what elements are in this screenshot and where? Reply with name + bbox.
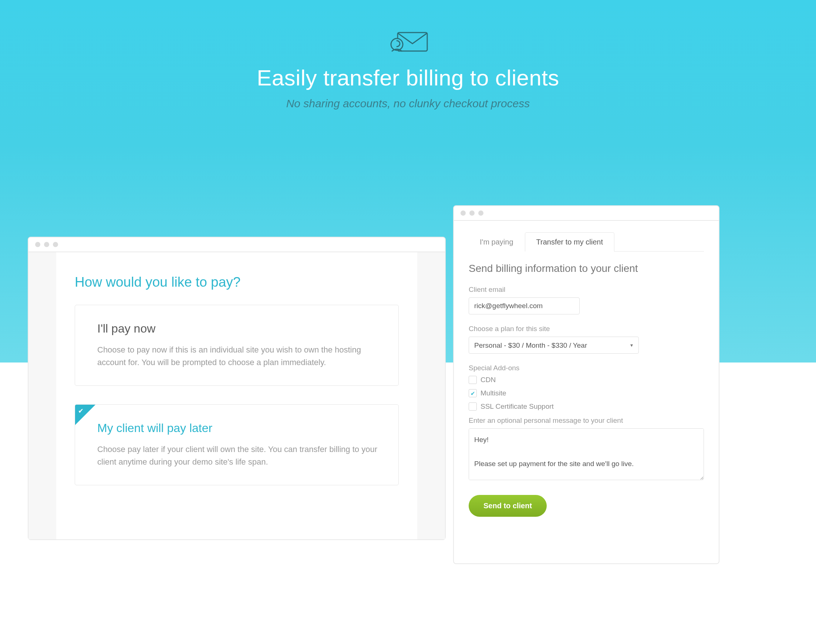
send-to-client-button[interactable]: Send to client bbox=[469, 495, 547, 517]
client-email-input[interactable] bbox=[469, 297, 580, 314]
client-pay-later-option[interactable]: ✔ My client will pay later Choose pay la… bbox=[75, 404, 399, 485]
billing-tabs: I'm paying Transfer to my client bbox=[468, 232, 704, 251]
window-titlebar bbox=[29, 238, 445, 252]
client-email-label: Client email bbox=[469, 285, 704, 294]
window-dot bbox=[35, 242, 40, 247]
pay-now-option[interactable]: I'll pay now Choose to pay now if this i… bbox=[75, 305, 399, 386]
addon-label: CDN bbox=[480, 376, 495, 384]
check-icon: ✔ bbox=[78, 407, 84, 415]
addon-multisite[interactable]: Multisite bbox=[469, 389, 704, 397]
option-title: I'll pay now bbox=[97, 322, 380, 336]
addon-ssl[interactable]: SSL Certificate Support bbox=[469, 402, 704, 411]
transfer-mail-icon bbox=[386, 29, 430, 55]
message-label: Enter an optional personal message to yo… bbox=[469, 417, 704, 425]
addons-label: Special Add-ons bbox=[469, 364, 704, 372]
hero-title: Easily transfer billing to clients bbox=[0, 65, 816, 90]
checkbox[interactable] bbox=[469, 389, 477, 397]
plan-label: Choose a plan for this site bbox=[469, 325, 704, 333]
payment-question: How would you like to pay? bbox=[75, 274, 399, 290]
client-message-textarea[interactable] bbox=[469, 428, 704, 480]
hero-subtitle: No sharing accounts, no clunky checkout … bbox=[0, 97, 816, 110]
window-dot bbox=[478, 210, 483, 216]
addon-cdn[interactable]: CDN bbox=[469, 376, 704, 384]
window-titlebar bbox=[454, 206, 719, 221]
addon-label: SSL Certificate Support bbox=[480, 402, 554, 411]
window-dot bbox=[53, 242, 58, 247]
checkbox[interactable] bbox=[469, 402, 477, 411]
checkbox[interactable] bbox=[469, 376, 477, 384]
window-dot bbox=[469, 210, 475, 216]
window-dot bbox=[460, 210, 466, 216]
payment-choice-window: How would you like to pay? I'll pay now … bbox=[28, 237, 446, 540]
option-desc: Choose pay later if your client will own… bbox=[97, 443, 380, 468]
plan-select[interactable]: Personal - $30 / Month - $330 / Year bbox=[469, 337, 639, 354]
transfer-billing-window: I'm paying Transfer to my client Send bi… bbox=[453, 205, 719, 564]
tab-im-paying[interactable]: I'm paying bbox=[468, 232, 525, 251]
form-title: Send billing information to your client bbox=[469, 263, 704, 274]
option-title: My client will pay later bbox=[97, 421, 380, 435]
addon-label: Multisite bbox=[480, 389, 506, 397]
window-dot bbox=[44, 242, 49, 247]
option-desc: Choose to pay now if this is an individu… bbox=[97, 343, 380, 369]
tab-transfer-to-client[interactable]: Transfer to my client bbox=[525, 232, 614, 251]
